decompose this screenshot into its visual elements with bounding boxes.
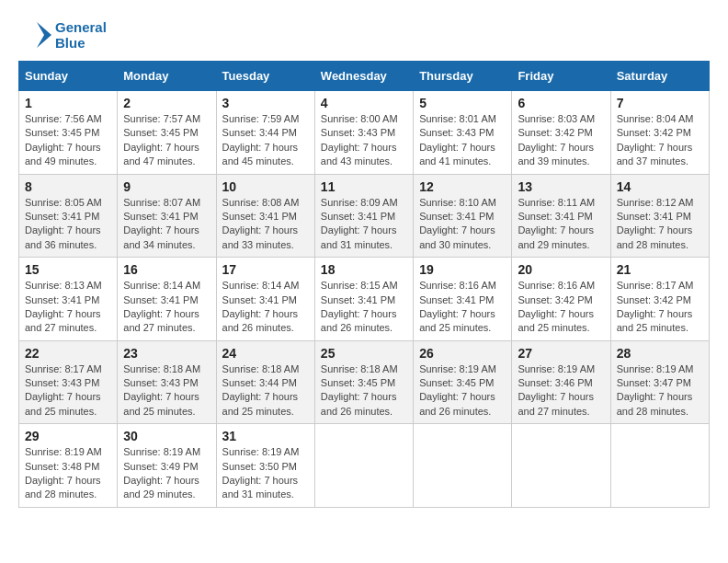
calendar-cell: 8Sunrise: 8:05 AM Sunset: 3:41 PM Daylig… xyxy=(19,174,118,258)
weekday-header: Friday xyxy=(512,62,610,91)
day-info: Sunrise: 8:18 AM Sunset: 3:45 PM Dayligh… xyxy=(321,362,407,419)
day-number: 16 xyxy=(123,262,210,277)
calendar-cell xyxy=(414,424,512,508)
calendar-cell: 19Sunrise: 8:16 AM Sunset: 3:41 PM Dayli… xyxy=(414,258,512,341)
day-info: Sunrise: 8:04 AM Sunset: 3:42 PM Dayligh… xyxy=(617,112,703,169)
calendar-cell: 9Sunrise: 8:07 AM Sunset: 3:41 PM Daylig… xyxy=(118,174,216,258)
calendar-cell xyxy=(610,424,709,508)
calendar-cell: 14Sunrise: 8:12 AM Sunset: 3:41 PM Dayli… xyxy=(610,174,709,258)
day-number: 4 xyxy=(321,96,407,110)
calendar-table: SundayMondayTuesdayWednesdayThursdayFrid… xyxy=(18,61,710,508)
weekday-header: Tuesday xyxy=(216,62,314,91)
day-info: Sunrise: 8:11 AM Sunset: 3:41 PM Dayligh… xyxy=(518,196,604,253)
day-info: Sunrise: 8:08 AM Sunset: 3:41 PM Dayligh… xyxy=(222,196,309,253)
day-info: Sunrise: 8:19 AM Sunset: 3:48 PM Dayligh… xyxy=(25,445,111,502)
day-info: Sunrise: 8:10 AM Sunset: 3:41 PM Dayligh… xyxy=(419,196,506,253)
day-info: Sunrise: 8:16 AM Sunset: 3:42 PM Dayligh… xyxy=(518,279,604,336)
day-number: 17 xyxy=(222,262,309,277)
day-number: 7 xyxy=(617,96,703,110)
calendar-cell: 28Sunrise: 8:19 AM Sunset: 3:47 PM Dayli… xyxy=(610,340,709,424)
calendar-cell: 22Sunrise: 8:17 AM Sunset: 3:43 PM Dayli… xyxy=(19,340,118,424)
page-header: GeneralBlue xyxy=(18,18,710,52)
day-info: Sunrise: 8:18 AM Sunset: 3:43 PM Dayligh… xyxy=(123,362,210,419)
day-number: 10 xyxy=(222,179,309,194)
day-info: Sunrise: 8:19 AM Sunset: 3:47 PM Dayligh… xyxy=(617,362,703,419)
day-info: Sunrise: 7:56 AM Sunset: 3:45 PM Dayligh… xyxy=(25,112,111,169)
day-number: 20 xyxy=(518,262,604,277)
day-info: Sunrise: 8:00 AM Sunset: 3:43 PM Dayligh… xyxy=(321,112,407,169)
day-number: 5 xyxy=(419,96,506,110)
day-info: Sunrise: 8:17 AM Sunset: 3:43 PM Dayligh… xyxy=(25,362,111,419)
day-number: 2 xyxy=(123,96,210,110)
calendar-cell: 20Sunrise: 8:16 AM Sunset: 3:42 PM Dayli… xyxy=(512,258,610,341)
day-info: Sunrise: 8:16 AM Sunset: 3:41 PM Dayligh… xyxy=(419,279,506,336)
weekday-header: Saturday xyxy=(610,62,709,91)
day-number: 11 xyxy=(321,179,407,194)
day-number: 3 xyxy=(222,96,309,110)
calendar-cell: 26Sunrise: 8:19 AM Sunset: 3:45 PM Dayli… xyxy=(414,340,512,424)
calendar-cell: 27Sunrise: 8:19 AM Sunset: 3:46 PM Dayli… xyxy=(512,340,610,424)
calendar-cell: 7Sunrise: 8:04 AM Sunset: 3:42 PM Daylig… xyxy=(610,91,709,175)
calendar-cell: 11Sunrise: 8:09 AM Sunset: 3:41 PM Dayli… xyxy=(314,174,413,258)
calendar-cell: 23Sunrise: 8:18 AM Sunset: 3:43 PM Dayli… xyxy=(118,340,216,424)
day-number: 13 xyxy=(518,179,604,194)
weekday-header: Sunday xyxy=(19,62,118,91)
day-info: Sunrise: 8:18 AM Sunset: 3:44 PM Dayligh… xyxy=(222,362,309,419)
calendar-cell: 17Sunrise: 8:14 AM Sunset: 3:41 PM Dayli… xyxy=(216,258,314,341)
calendar-cell: 5Sunrise: 8:01 AM Sunset: 3:43 PM Daylig… xyxy=(414,91,512,175)
day-number: 8 xyxy=(25,179,111,194)
day-info: Sunrise: 8:12 AM Sunset: 3:41 PM Dayligh… xyxy=(617,196,703,253)
day-number: 29 xyxy=(25,429,111,443)
calendar-cell: 30Sunrise: 8:19 AM Sunset: 3:49 PM Dayli… xyxy=(118,424,216,508)
day-info: Sunrise: 8:19 AM Sunset: 3:49 PM Dayligh… xyxy=(123,445,210,502)
day-info: Sunrise: 8:17 AM Sunset: 3:42 PM Dayligh… xyxy=(617,279,703,336)
calendar-cell: 3Sunrise: 7:59 AM Sunset: 3:44 PM Daylig… xyxy=(216,91,314,175)
day-number: 30 xyxy=(123,429,210,443)
day-info: Sunrise: 8:01 AM Sunset: 3:43 PM Dayligh… xyxy=(419,112,506,169)
calendar-cell xyxy=(512,424,610,508)
weekday-header: Wednesday xyxy=(314,62,413,91)
day-info: Sunrise: 8:19 AM Sunset: 3:45 PM Dayligh… xyxy=(419,362,506,419)
calendar-cell: 18Sunrise: 8:15 AM Sunset: 3:41 PM Dayli… xyxy=(314,258,413,341)
svg-marker-0 xyxy=(37,22,51,48)
calendar-cell: 31Sunrise: 8:19 AM Sunset: 3:50 PM Dayli… xyxy=(216,424,314,508)
logo-icon xyxy=(18,18,51,52)
day-number: 12 xyxy=(419,179,506,194)
day-info: Sunrise: 7:59 AM Sunset: 3:44 PM Dayligh… xyxy=(222,112,309,169)
logo-text-general: General xyxy=(55,19,107,35)
calendar-cell: 15Sunrise: 8:13 AM Sunset: 3:41 PM Dayli… xyxy=(19,258,118,341)
calendar-cell: 1Sunrise: 7:56 AM Sunset: 3:45 PM Daylig… xyxy=(19,91,118,175)
logo: GeneralBlue xyxy=(18,18,107,52)
day-number: 31 xyxy=(222,429,309,443)
calendar-cell: 25Sunrise: 8:18 AM Sunset: 3:45 PM Dayli… xyxy=(314,340,413,424)
calendar-cell: 16Sunrise: 8:14 AM Sunset: 3:41 PM Dayli… xyxy=(118,258,216,341)
day-info: Sunrise: 8:19 AM Sunset: 3:46 PM Dayligh… xyxy=(518,362,604,419)
calendar-cell: 6Sunrise: 8:03 AM Sunset: 3:42 PM Daylig… xyxy=(512,91,610,175)
day-number: 19 xyxy=(419,262,506,277)
calendar-cell: 13Sunrise: 8:11 AM Sunset: 3:41 PM Dayli… xyxy=(512,174,610,258)
day-number: 23 xyxy=(123,346,210,361)
day-number: 25 xyxy=(321,346,407,361)
day-number: 14 xyxy=(617,179,703,194)
day-info: Sunrise: 8:07 AM Sunset: 3:41 PM Dayligh… xyxy=(123,196,210,253)
day-info: Sunrise: 8:09 AM Sunset: 3:41 PM Dayligh… xyxy=(321,196,407,253)
day-info: Sunrise: 8:13 AM Sunset: 3:41 PM Dayligh… xyxy=(25,279,111,336)
day-info: Sunrise: 8:14 AM Sunset: 3:41 PM Dayligh… xyxy=(222,279,309,336)
day-number: 9 xyxy=(123,179,210,194)
day-number: 15 xyxy=(25,262,111,277)
calendar-cell: 10Sunrise: 8:08 AM Sunset: 3:41 PM Dayli… xyxy=(216,174,314,258)
day-number: 26 xyxy=(419,346,506,361)
calendar-cell: 2Sunrise: 7:57 AM Sunset: 3:45 PM Daylig… xyxy=(118,91,216,175)
calendar-cell xyxy=(314,424,413,508)
day-number: 22 xyxy=(25,346,111,361)
calendar-cell: 4Sunrise: 8:00 AM Sunset: 3:43 PM Daylig… xyxy=(314,91,413,175)
calendar-cell: 21Sunrise: 8:17 AM Sunset: 3:42 PM Dayli… xyxy=(610,258,709,341)
day-number: 6 xyxy=(518,96,604,110)
calendar-cell: 12Sunrise: 8:10 AM Sunset: 3:41 PM Dayli… xyxy=(414,174,512,258)
day-number: 24 xyxy=(222,346,309,361)
weekday-header: Monday xyxy=(118,62,216,91)
day-info: Sunrise: 8:03 AM Sunset: 3:42 PM Dayligh… xyxy=(518,112,604,169)
day-number: 1 xyxy=(25,96,111,110)
day-info: Sunrise: 7:57 AM Sunset: 3:45 PM Dayligh… xyxy=(123,112,210,169)
calendar-cell: 24Sunrise: 8:18 AM Sunset: 3:44 PM Dayli… xyxy=(216,340,314,424)
